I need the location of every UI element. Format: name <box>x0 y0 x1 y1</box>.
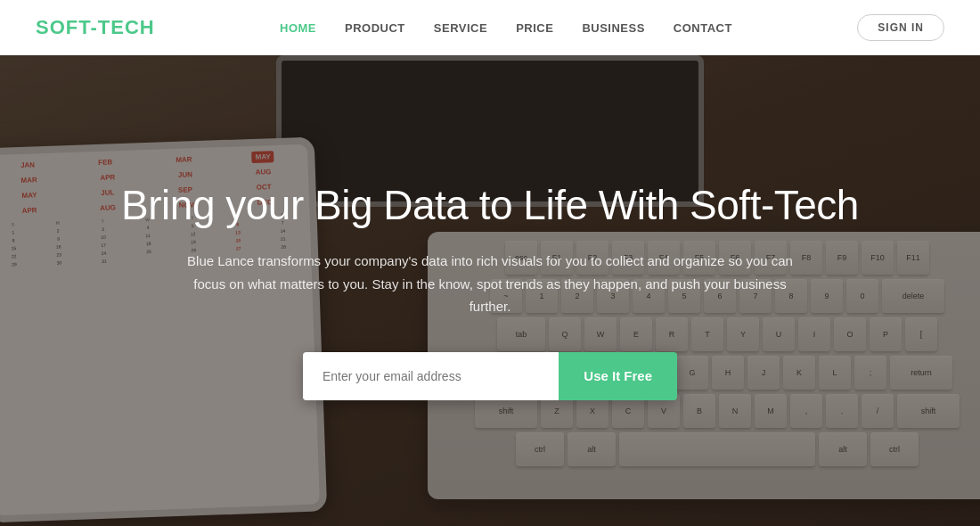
nav-link-price[interactable]: PRICE <box>516 21 553 35</box>
nav-item-service[interactable]: SERVICE <box>434 20 487 36</box>
nav-link-contact[interactable]: CONTACT <box>674 21 732 35</box>
logo: SOFT-TECH <box>36 16 155 39</box>
nav-link-business[interactable]: BUSINESS <box>582 21 644 35</box>
email-form: Use It Free <box>303 352 677 400</box>
email-input[interactable] <box>303 352 559 400</box>
nav-links: HOME PRODUCT SERVICE PRICE BUSINESS CONT… <box>280 20 732 36</box>
nav-item-contact[interactable]: CONTACT <box>674 20 732 36</box>
nav-item-business[interactable]: BUSINESS <box>582 20 644 36</box>
nav-item-home[interactable]: HOME <box>280 20 316 36</box>
nav-link-home[interactable]: HOME <box>280 21 316 35</box>
nav-link-service[interactable]: SERVICE <box>434 21 487 35</box>
nav-item-product[interactable]: PRODUCT <box>345 20 405 36</box>
hero-section: JAN FEB MAR MAY MAR APR JUN AUG MAY JUL … <box>0 0 980 526</box>
signin-button[interactable]: SIGN IN <box>857 14 944 41</box>
logo-text-accent: TECH <box>98 16 155 38</box>
logo-text-part1: SOFT- <box>36 16 98 38</box>
hero-content: Bring your Big Data to Life With Soft-Te… <box>0 55 980 526</box>
navbar: SOFT-TECH HOME PRODUCT SERVICE PRICE BUS… <box>0 0 980 55</box>
use-free-button[interactable]: Use It Free <box>559 352 677 400</box>
hero-title: Bring your Big Data to Life With Soft-Te… <box>121 181 859 230</box>
nav-link-product[interactable]: PRODUCT <box>345 21 405 35</box>
hero-subtitle: Blue Lance transforms your company's dat… <box>187 250 793 318</box>
nav-item-price[interactable]: PRICE <box>516 20 553 36</box>
